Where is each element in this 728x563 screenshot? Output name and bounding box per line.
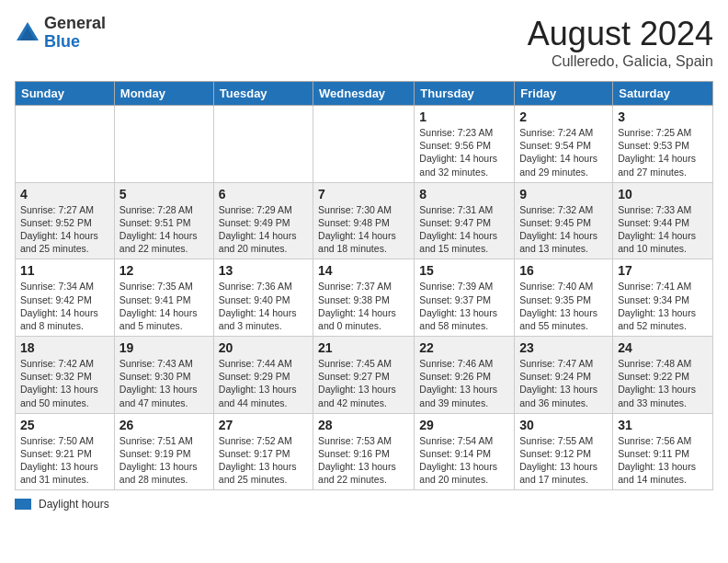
day-number: 12 <box>119 263 209 278</box>
logo-blue: Blue <box>44 32 80 51</box>
day-info: Sunrise: 7:33 AM Sunset: 9:44 PM Dayligh… <box>618 203 708 256</box>
day-cell: 7Sunrise: 7:30 AM Sunset: 9:48 PM Daylig… <box>313 182 415 259</box>
day-cell: 31Sunrise: 7:56 AM Sunset: 9:11 PM Dayli… <box>613 413 713 490</box>
day-info: Sunrise: 7:51 AM Sunset: 9:19 PM Dayligh… <box>119 434 209 487</box>
day-number: 18 <box>20 340 109 355</box>
day-info: Sunrise: 7:45 AM Sunset: 9:27 PM Dayligh… <box>318 357 409 409</box>
day-number: 1 <box>419 109 509 124</box>
week-row-3: 11Sunrise: 7:34 AM Sunset: 9:42 PM Dayli… <box>16 259 713 337</box>
day-cell: 16Sunrise: 7:40 AM Sunset: 9:35 PM Dayli… <box>515 259 613 337</box>
logo-icon <box>15 20 40 46</box>
day-cell: 21Sunrise: 7:45 AM Sunset: 9:27 PM Dayli… <box>313 337 415 414</box>
legend: Daylight hours <box>15 498 713 511</box>
day-info: Sunrise: 7:35 AM Sunset: 9:41 PM Dayligh… <box>119 280 209 332</box>
day-cell: 25Sunrise: 7:50 AM Sunset: 9:21 PM Dayli… <box>16 413 115 490</box>
day-cell: 12Sunrise: 7:35 AM Sunset: 9:41 PM Dayli… <box>114 259 213 337</box>
day-number: 14 <box>318 263 409 278</box>
day-info: Sunrise: 7:34 AM Sunset: 9:42 PM Dayligh… <box>20 280 109 332</box>
day-info: Sunrise: 7:30 AM Sunset: 9:48 PM Dayligh… <box>318 203 409 256</box>
day-number: 19 <box>119 340 209 355</box>
location: Culleredo, Galicia, Spain <box>528 53 713 70</box>
week-row-4: 18Sunrise: 7:42 AM Sunset: 9:32 PM Dayli… <box>16 337 713 414</box>
day-info: Sunrise: 7:27 AM Sunset: 9:52 PM Dayligh… <box>20 203 109 256</box>
day-info: Sunrise: 7:56 AM Sunset: 9:11 PM Dayligh… <box>618 434 708 487</box>
day-number: 16 <box>519 263 608 278</box>
day-cell <box>313 106 415 183</box>
day-number: 26 <box>119 418 209 432</box>
day-info: Sunrise: 7:47 AM Sunset: 9:24 PM Dayligh… <box>519 357 608 409</box>
day-info: Sunrise: 7:46 AM Sunset: 9:26 PM Dayligh… <box>419 357 509 409</box>
day-cell: 6Sunrise: 7:29 AM Sunset: 9:49 PM Daylig… <box>213 182 313 259</box>
day-number: 9 <box>519 187 608 201</box>
day-info: Sunrise: 7:37 AM Sunset: 9:38 PM Dayligh… <box>318 280 409 332</box>
day-cell: 2Sunrise: 7:24 AM Sunset: 9:54 PM Daylig… <box>515 106 613 183</box>
day-cell <box>114 106 213 183</box>
weekday-header-wednesday: Wednesday <box>313 82 415 106</box>
day-number: 30 <box>519 418 608 432</box>
day-number: 24 <box>618 340 708 355</box>
day-info: Sunrise: 7:43 AM Sunset: 9:30 PM Dayligh… <box>119 357 209 409</box>
day-cell: 14Sunrise: 7:37 AM Sunset: 9:38 PM Dayli… <box>313 259 415 337</box>
day-cell: 26Sunrise: 7:51 AM Sunset: 9:19 PM Dayli… <box>114 413 213 490</box>
day-cell: 3Sunrise: 7:25 AM Sunset: 9:53 PM Daylig… <box>613 106 713 183</box>
weekday-header-row: SundayMondayTuesdayWednesdayThursdayFrid… <box>16 82 713 106</box>
weekday-header-monday: Monday <box>114 82 213 106</box>
day-number: 20 <box>219 340 308 355</box>
weekday-header-tuesday: Tuesday <box>213 82 313 106</box>
day-number: 11 <box>20 263 109 278</box>
day-info: Sunrise: 7:31 AM Sunset: 9:47 PM Dayligh… <box>419 203 509 256</box>
day-cell: 23Sunrise: 7:47 AM Sunset: 9:24 PM Dayli… <box>515 337 613 414</box>
day-cell: 11Sunrise: 7:34 AM Sunset: 9:42 PM Dayli… <box>16 259 115 337</box>
day-info: Sunrise: 7:40 AM Sunset: 9:35 PM Dayligh… <box>519 280 608 332</box>
day-info: Sunrise: 7:24 AM Sunset: 9:54 PM Dayligh… <box>519 126 608 178</box>
day-cell: 19Sunrise: 7:43 AM Sunset: 9:30 PM Dayli… <box>114 337 213 414</box>
page-header: General Blue August 2024 Culleredo, Gali… <box>15 15 713 70</box>
day-cell: 30Sunrise: 7:55 AM Sunset: 9:12 PM Dayli… <box>515 413 613 490</box>
day-cell <box>213 106 313 183</box>
day-number: 23 <box>519 340 608 355</box>
day-cell: 10Sunrise: 7:33 AM Sunset: 9:44 PM Dayli… <box>613 182 713 259</box>
day-number: 3 <box>618 109 708 124</box>
day-number: 7 <box>318 187 409 201</box>
day-number: 21 <box>318 340 409 355</box>
day-number: 29 <box>419 418 509 432</box>
week-row-2: 4Sunrise: 7:27 AM Sunset: 9:52 PM Daylig… <box>16 182 713 259</box>
day-info: Sunrise: 7:29 AM Sunset: 9:49 PM Dayligh… <box>219 203 308 256</box>
weekday-header-thursday: Thursday <box>415 82 515 106</box>
day-number: 31 <box>618 418 708 432</box>
month-title: August 2024 <box>528 15 713 53</box>
day-cell: 15Sunrise: 7:39 AM Sunset: 9:37 PM Dayli… <box>415 259 515 337</box>
day-cell <box>16 106 115 183</box>
day-cell: 8Sunrise: 7:31 AM Sunset: 9:47 PM Daylig… <box>415 182 515 259</box>
day-info: Sunrise: 7:39 AM Sunset: 9:37 PM Dayligh… <box>419 280 509 332</box>
day-cell: 29Sunrise: 7:54 AM Sunset: 9:14 PM Dayli… <box>415 413 515 490</box>
day-cell: 28Sunrise: 7:53 AM Sunset: 9:16 PM Dayli… <box>313 413 415 490</box>
legend-label: Daylight hours <box>39 498 109 511</box>
calendar: SundayMondayTuesdayWednesdayThursdayFrid… <box>15 81 713 490</box>
day-info: Sunrise: 7:42 AM Sunset: 9:32 PM Dayligh… <box>20 357 109 409</box>
day-info: Sunrise: 7:28 AM Sunset: 9:51 PM Dayligh… <box>119 203 209 256</box>
day-cell: 22Sunrise: 7:46 AM Sunset: 9:26 PM Dayli… <box>415 337 515 414</box>
day-info: Sunrise: 7:36 AM Sunset: 9:40 PM Dayligh… <box>219 280 308 332</box>
day-number: 27 <box>219 418 308 432</box>
day-info: Sunrise: 7:25 AM Sunset: 9:53 PM Dayligh… <box>618 126 708 178</box>
day-cell: 5Sunrise: 7:28 AM Sunset: 9:51 PM Daylig… <box>114 182 213 259</box>
day-number: 28 <box>318 418 409 432</box>
weekday-header-friday: Friday <box>515 82 613 106</box>
day-number: 8 <box>419 187 509 201</box>
weekday-header-saturday: Saturday <box>613 82 713 106</box>
logo: General Blue <box>15 15 106 52</box>
weekday-header-sunday: Sunday <box>16 82 115 106</box>
week-row-1: 1Sunrise: 7:23 AM Sunset: 9:56 PM Daylig… <box>16 106 713 183</box>
day-info: Sunrise: 7:23 AM Sunset: 9:56 PM Dayligh… <box>419 126 509 178</box>
day-info: Sunrise: 7:32 AM Sunset: 9:45 PM Dayligh… <box>519 203 608 256</box>
day-cell: 24Sunrise: 7:48 AM Sunset: 9:22 PM Dayli… <box>613 337 713 414</box>
day-info: Sunrise: 7:44 AM Sunset: 9:29 PM Dayligh… <box>219 357 308 409</box>
day-number: 4 <box>20 187 109 201</box>
day-info: Sunrise: 7:50 AM Sunset: 9:21 PM Dayligh… <box>20 434 109 487</box>
day-number: 15 <box>419 263 509 278</box>
day-cell: 13Sunrise: 7:36 AM Sunset: 9:40 PM Dayli… <box>213 259 313 337</box>
day-cell: 4Sunrise: 7:27 AM Sunset: 9:52 PM Daylig… <box>16 182 115 259</box>
day-cell: 18Sunrise: 7:42 AM Sunset: 9:32 PM Dayli… <box>16 337 115 414</box>
day-info: Sunrise: 7:41 AM Sunset: 9:34 PM Dayligh… <box>618 280 708 332</box>
